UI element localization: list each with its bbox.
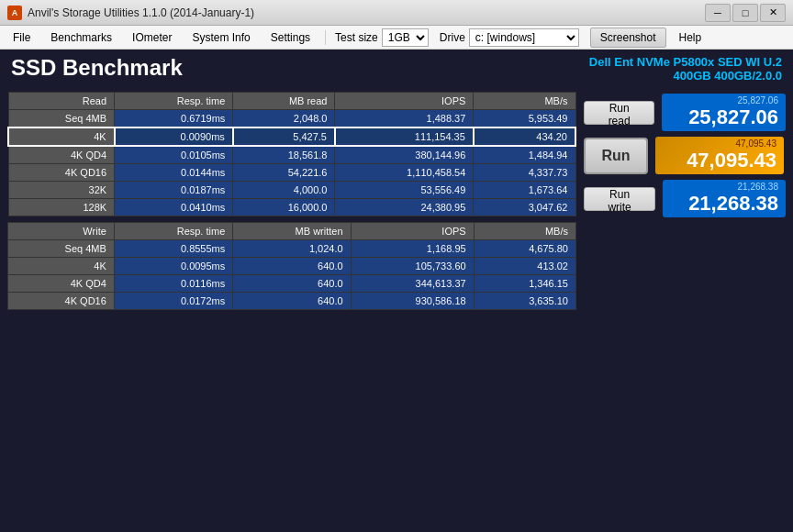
menu-systeminfo[interactable]: System Info bbox=[183, 28, 259, 47]
read-table-row: 4K QD4 0.0105ms 18,561.8 380,144.96 1,48… bbox=[8, 146, 575, 164]
read-table: Read Resp. time MB read IOPS MB/s Seq 4M… bbox=[7, 92, 576, 216]
col-iops: IOPS bbox=[335, 93, 474, 110]
menu-bar: File Benchmarks IOmeter System Info Sett… bbox=[0, 26, 793, 50]
menu-benchmarks[interactable]: Benchmarks bbox=[41, 28, 121, 47]
col-mb-read: MB read bbox=[233, 93, 335, 110]
read-mbs: 1,673.64 bbox=[474, 182, 575, 199]
write-score-top: 21,268.38 bbox=[670, 182, 778, 192]
menu-help[interactable]: Help bbox=[670, 28, 711, 47]
run-write-area: Run write 21,268.38 21,268.38 bbox=[584, 180, 786, 217]
test-size-label: Test size bbox=[335, 31, 378, 44]
write-mb: 640.0 bbox=[233, 275, 351, 293]
write-mb: 1,024.0 bbox=[233, 240, 351, 258]
read-table-row: 32K 0.0187ms 4,000.0 53,556.49 1,673.64 bbox=[8, 182, 575, 199]
run-button[interactable]: Run bbox=[584, 138, 648, 174]
read-mb: 18,561.8 bbox=[233, 146, 335, 164]
read-iops: 380,144.96 bbox=[335, 146, 474, 164]
read-row-name: Seq 4MB bbox=[8, 110, 115, 128]
drive-info: Dell Ent NVMe P5800x SED WI U.2 400GB 40… bbox=[589, 55, 782, 83]
write-score-block: Run write 21,268.38 21,268.38 bbox=[584, 180, 786, 217]
read-mb: 2,048.0 bbox=[233, 110, 335, 128]
write-table-body: Seq 4MB 0.8555ms 1,024.0 1,168.95 4,675.… bbox=[8, 240, 576, 310]
write-table-row: 4K QD4 0.0116ms 640.0 344,613.37 1,346.1… bbox=[8, 275, 576, 293]
screenshot-button[interactable]: Screenshot bbox=[590, 28, 666, 48]
write-mbs: 3,635.10 bbox=[474, 293, 575, 310]
read-table-row: Seq 4MB 0.6719ms 2,048.0 1,488.37 5,953.… bbox=[8, 110, 575, 128]
total-score-main: 47,095.43 bbox=[663, 149, 776, 172]
content-area: Read Resp. time MB read IOPS MB/s Seq 4M… bbox=[0, 88, 793, 532]
write-row-name: 4K QD16 bbox=[8, 293, 115, 310]
drive-select[interactable]: c: [windows] bbox=[469, 28, 579, 47]
read-row-name: 32K bbox=[8, 182, 115, 199]
read-mb: 16,000.0 bbox=[233, 199, 335, 216]
read-mbs: 434.20 bbox=[474, 127, 575, 146]
read-score-block: Run read 25,827.06 25,827.06 bbox=[584, 94, 786, 131]
write-mb: 640.0 bbox=[233, 258, 351, 275]
write-iops: 930,586.18 bbox=[351, 293, 474, 310]
read-resp: 0.0187ms bbox=[115, 182, 233, 199]
read-mb: 5,427.5 bbox=[233, 127, 335, 146]
write-table: Write Resp. time MB written IOPS MB/s Se… bbox=[7, 222, 576, 310]
write-score-main: 21,268.38 bbox=[670, 192, 778, 216]
read-mbs: 3,047.62 bbox=[474, 199, 575, 216]
read-resp: 0.0144ms bbox=[115, 164, 233, 182]
menu-file[interactable]: File bbox=[4, 28, 39, 47]
read-iops: 1,110,458.54 bbox=[335, 164, 474, 182]
write-table-row: Seq 4MB 0.8555ms 1,024.0 1,168.95 4,675.… bbox=[8, 240, 576, 258]
col-mb-write: MB written bbox=[233, 223, 351, 240]
write-mbs: 4,675.80 bbox=[474, 240, 575, 258]
read-row-name: 4K bbox=[8, 127, 115, 146]
read-mbs: 5,953.49 bbox=[474, 110, 575, 128]
col-resp: Resp. time bbox=[115, 93, 233, 110]
col-mbs: MB/s bbox=[474, 93, 575, 110]
read-iops: 1,488.37 bbox=[335, 110, 474, 128]
read-iops: 111,154.35 bbox=[335, 127, 474, 146]
col-read: Read bbox=[8, 93, 115, 110]
write-score-display: 21,268.38 21,268.38 bbox=[663, 180, 786, 217]
table-section: Read Resp. time MB read IOPS MB/s Seq 4M… bbox=[7, 92, 576, 528]
close-button[interactable]: ✕ bbox=[760, 4, 786, 22]
main-area: SSD Benchmark Dell Ent NVMe P5800x SED W… bbox=[0, 50, 793, 532]
window-controls: ─ □ ✕ bbox=[705, 4, 786, 22]
minimize-button[interactable]: ─ bbox=[705, 4, 731, 22]
col-wresp: Resp. time bbox=[114, 223, 232, 240]
col-wiops: IOPS bbox=[351, 223, 474, 240]
read-mb: 4,000.0 bbox=[233, 182, 335, 199]
read-row-name: 128K bbox=[8, 199, 115, 216]
col-write: Write bbox=[8, 223, 115, 240]
write-table-row: 4K 0.0095ms 640.0 105,733.60 413.02 bbox=[8, 258, 576, 275]
write-row-name: 4K bbox=[8, 258, 115, 275]
title-text: Anvil's Storage Utilities 1.1.0 (2014-Ja… bbox=[28, 6, 705, 19]
run-write-button[interactable]: Run write bbox=[584, 187, 655, 211]
write-iops: 1,168.95 bbox=[351, 240, 474, 258]
maximize-button[interactable]: □ bbox=[732, 4, 758, 22]
read-resp: 0.0105ms bbox=[115, 146, 233, 164]
write-iops: 105,733.60 bbox=[351, 258, 474, 275]
read-table-body: Seq 4MB 0.6719ms 2,048.0 1,488.37 5,953.… bbox=[8, 110, 575, 216]
read-iops: 24,380.95 bbox=[335, 199, 474, 216]
total-score-display: 47,095.43 47,095.43 bbox=[655, 137, 784, 174]
run-read-button[interactable]: Run read bbox=[584, 101, 654, 125]
read-table-row: 4K QD16 0.0144ms 54,221.6 1,110,458.54 4… bbox=[8, 164, 575, 182]
read-score-top: 25,827.06 bbox=[669, 95, 778, 105]
run-read-area: Run read 25,827.06 25,827.06 bbox=[584, 94, 786, 131]
col-wmbs: MB/s bbox=[474, 223, 575, 240]
read-table-row: 4K 0.0090ms 5,427.5 111,154.35 434.20 bbox=[8, 127, 575, 146]
write-mb: 640.0 bbox=[233, 293, 351, 310]
test-size-area: Test size 1GB2GB4GB Drive c: [windows] S… bbox=[335, 28, 710, 48]
read-mbs: 1,484.94 bbox=[474, 146, 575, 164]
write-mbs: 413.02 bbox=[474, 258, 575, 275]
menu-iometer[interactable]: IOmeter bbox=[123, 28, 181, 47]
read-mbs: 4,337.73 bbox=[474, 164, 575, 182]
write-iops: 344,613.37 bbox=[351, 275, 474, 293]
ssd-benchmark-title: SSD Benchmark bbox=[11, 55, 183, 81]
write-resp: 0.0116ms bbox=[114, 275, 232, 293]
title-bar: A Anvil's Storage Utilities 1.1.0 (2014-… bbox=[0, 0, 793, 26]
right-panel: Run read 25,827.06 25,827.06 Run 47,095.… bbox=[584, 92, 786, 528]
menu-settings[interactable]: Settings bbox=[262, 28, 319, 47]
test-size-select[interactable]: 1GB2GB4GB bbox=[382, 28, 429, 47]
run-total-area: Run 47,095.43 47,095.43 bbox=[584, 137, 786, 174]
read-resp: 0.0410ms bbox=[115, 199, 233, 216]
read-resp: 0.0090ms bbox=[115, 127, 233, 146]
write-mbs: 1,346.15 bbox=[474, 275, 575, 293]
